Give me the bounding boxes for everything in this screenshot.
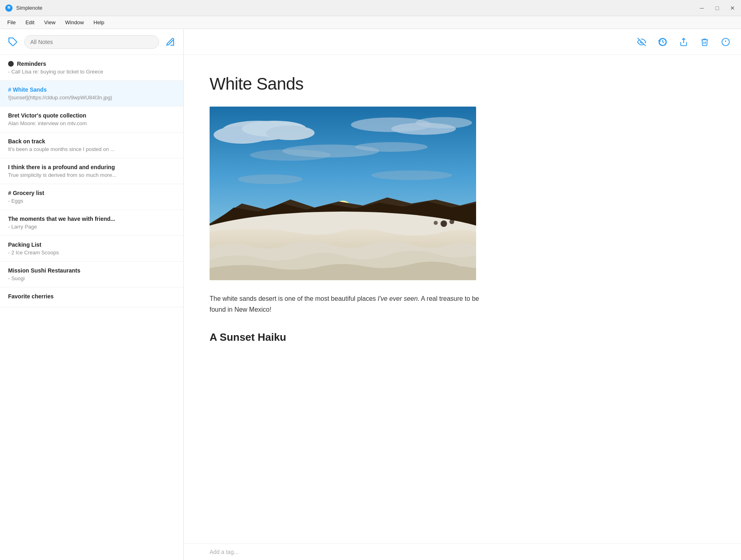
- note-item-profound[interactable]: I think there is a profound and enduring…: [0, 158, 183, 184]
- menu-file[interactable]: File: [3, 18, 20, 27]
- tag-input-area: Add a tag...: [184, 543, 741, 560]
- note-title-profound: I think there is a profound and enduring: [8, 164, 175, 170]
- maximize-button[interactable]: □: [714, 4, 721, 12]
- app-layout: Reminders - Call Lisa re: buying our tic…: [0, 29, 741, 560]
- window-controls: ─ □ ✕: [698, 4, 736, 12]
- menu-window[interactable]: Window: [61, 18, 88, 27]
- note-title-bret-victor: Bret Victor's quote collection: [8, 112, 175, 119]
- svg-point-31: [434, 221, 438, 225]
- app-title: Simplenote: [16, 5, 42, 11]
- svg-point-22: [371, 170, 452, 180]
- note-preview-mission-sushi: - Suogi: [8, 275, 175, 281]
- note-preview-grocery-list: - Eggs: [8, 198, 175, 204]
- svg-point-19: [250, 149, 331, 161]
- menu-edit[interactable]: Edit: [21, 18, 38, 27]
- note-item-grocery-list[interactable]: # Grocery list - Eggs: [0, 184, 183, 210]
- svg-point-17: [416, 117, 472, 128]
- note-title-packing-list: Packing List: [8, 241, 175, 248]
- note-subheading: A Sunset Haiku: [210, 331, 715, 344]
- note-title-favorite-cherries: Favorite cherries: [8, 293, 175, 300]
- note-image: [210, 107, 476, 280]
- menu-help[interactable]: Help: [90, 18, 109, 27]
- editor-content[interactable]: White Sands: [184, 55, 741, 543]
- note-item-back-on-track[interactable]: Back on track It's been a couple months …: [0, 132, 183, 158]
- note-title-back-on-track: Back on track: [8, 138, 175, 145]
- note-title-white-sands: # White Sands: [8, 86, 175, 93]
- delete-button[interactable]: [699, 36, 710, 48]
- tags-button[interactable]: [6, 36, 19, 48]
- sidebar-toolbar: [0, 29, 183, 55]
- menu-view[interactable]: View: [40, 18, 59, 27]
- main-content: White Sands: [184, 29, 741, 560]
- svg-point-30: [449, 219, 454, 224]
- note-item-moments[interactable]: The moments that we have with friend... …: [0, 210, 183, 236]
- editor-toolbar: [184, 29, 741, 55]
- note-item-mission-sushi[interactable]: Mission Sushi Restaurants - Suogi: [0, 262, 183, 287]
- note-preview-white-sands: ![sunset](https://cldup.com/9wpWU84l3n.j…: [8, 94, 175, 101]
- titlebar-left: Simplenote: [5, 4, 42, 12]
- minimize-button[interactable]: ─: [698, 4, 705, 12]
- note-item-packing-list[interactable]: Packing List - 2 Ice Cream Scoops: [0, 236, 183, 262]
- note-item-reminders[interactable]: Reminders - Call Lisa re: buying our tic…: [0, 55, 183, 81]
- svg-point-29: [441, 220, 447, 227]
- note-title-mission-sushi: Mission Sushi Restaurants: [8, 267, 175, 274]
- share-button[interactable]: [678, 36, 689, 48]
- note-title-moments: The moments that we have with friend...: [8, 216, 175, 222]
- close-button[interactable]: ✕: [729, 4, 736, 12]
- sidebar: Reminders - Call Lisa re: buying our tic…: [0, 29, 184, 560]
- app-logo: [5, 4, 13, 12]
- menubar: File Edit View Window Help: [0, 16, 741, 29]
- new-note-button[interactable]: [164, 36, 177, 48]
- reminder-dot-icon: [8, 61, 14, 67]
- note-body-text: The white sands desert is one of the mos…: [210, 293, 484, 315]
- notes-list: Reminders - Call Lisa re: buying our tic…: [0, 55, 183, 560]
- note-title-reminders: Reminders: [8, 61, 175, 67]
- svg-point-20: [355, 142, 428, 152]
- note-title-grocery-list: # Grocery list: [8, 190, 175, 196]
- note-title-heading: White Sands: [210, 74, 715, 94]
- preview-toggle-button[interactable]: [636, 36, 647, 48]
- note-preview-bret-victor: Alan Moore: interview on mtv.com: [8, 120, 175, 126]
- svg-point-21: [238, 174, 302, 184]
- note-preview-profound: True simplicity is derived from so much …: [8, 172, 175, 178]
- note-preview-moments: - Larry Page: [8, 224, 175, 230]
- tag-placeholder[interactable]: Add a tag...: [210, 549, 239, 555]
- note-preview-reminders: - Call Lisa re: buying our ticket to Gre…: [8, 69, 175, 75]
- note-item-white-sands[interactable]: # White Sands ![sunset](https://cldup.co…: [0, 81, 183, 107]
- svg-point-14: [266, 126, 315, 140]
- note-item-favorite-cherries[interactable]: Favorite cherries: [0, 287, 183, 307]
- history-button[interactable]: [657, 36, 668, 48]
- search-input[interactable]: [24, 35, 159, 49]
- info-button[interactable]: [720, 36, 731, 48]
- titlebar: Simplenote ─ □ ✕: [0, 0, 741, 16]
- note-item-bret-victor[interactable]: Bret Victor's quote collection Alan Moor…: [0, 107, 183, 132]
- note-preview-packing-list: - 2 Ice Cream Scoops: [8, 250, 175, 256]
- note-preview-back-on-track: It's been a couple months since I posted…: [8, 146, 175, 152]
